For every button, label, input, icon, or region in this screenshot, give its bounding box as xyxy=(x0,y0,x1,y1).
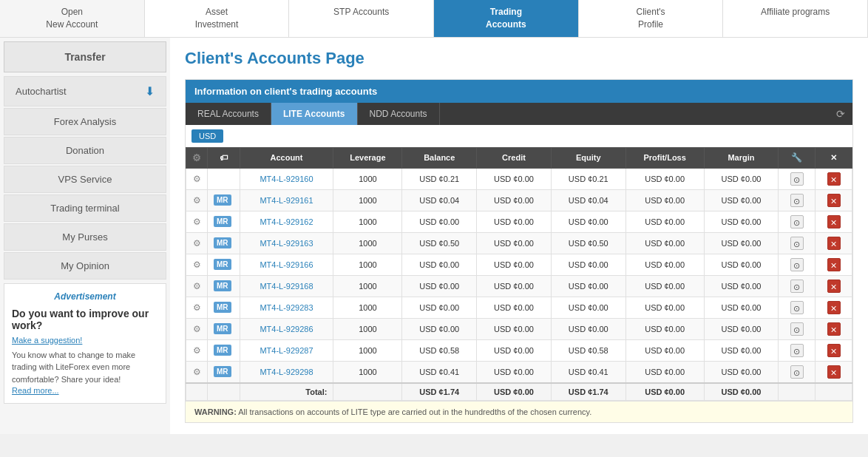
remove-button[interactable]: ✕ xyxy=(827,215,841,228)
remove-button[interactable]: ✕ xyxy=(827,301,841,314)
row-credit-cell: USD ¢0.00 xyxy=(477,232,552,254)
tag-icon: 🏷 xyxy=(220,153,228,162)
row-gear-icon[interactable]: ⚙ xyxy=(193,195,201,206)
remove-button[interactable]: ✕ xyxy=(827,237,841,250)
edit-button[interactable]: ⊙ xyxy=(790,365,804,379)
row-equity-cell: USD ¢0.41 xyxy=(551,361,625,383)
advertisement-text: You know what to change to make trading … xyxy=(12,349,158,386)
row-margin-cell: USD ¢0.00 xyxy=(704,297,779,318)
table-header-row: ⚙ 🏷 Account Leverage Balance Credit Equi… xyxy=(186,147,852,168)
sidebar-item-my-opinion[interactable]: My Opinion xyxy=(4,252,166,280)
page-title: Client's Accounts Page xyxy=(185,49,853,68)
row-gear-icon[interactable]: ⚙ xyxy=(193,238,201,248)
account-link[interactable]: MT4-L-929168 xyxy=(260,282,313,291)
edit-button[interactable]: ⊙ xyxy=(790,237,804,250)
transfer-button[interactable]: Transfer xyxy=(4,41,166,72)
row-profit-loss-cell: USD ¢0.00 xyxy=(625,275,704,297)
nav-trading-accounts[interactable]: Trading Accounts xyxy=(434,0,579,37)
sidebar-item-autochartist[interactable]: Autochartist ⬇ xyxy=(4,76,166,106)
tab-real-accounts[interactable]: REAL Accounts xyxy=(186,103,271,125)
row-gear-icon[interactable]: ⚙ xyxy=(193,281,201,291)
sidebar-item-vps-service[interactable]: VPS Service xyxy=(4,166,166,193)
read-more-link[interactable]: Read more... xyxy=(12,386,59,395)
account-link[interactable]: MT4-L-929166 xyxy=(260,260,313,269)
content-area: Client's Accounts Page Information on cl… xyxy=(170,38,868,434)
row-edit-cell: ⊙ xyxy=(779,361,816,383)
remove-button[interactable]: ✕ xyxy=(827,365,841,379)
table-row: ⚙ MR MT4-L-929166 1000 USD ¢0.00 USD ¢0.… xyxy=(186,254,852,275)
row-gear-icon[interactable]: ⚙ xyxy=(193,217,201,227)
sidebar-item-forex-analysis[interactable]: Forex Analysis xyxy=(4,108,166,135)
row-gear-icon[interactable]: ⚙ xyxy=(193,174,201,184)
remove-button[interactable]: ✕ xyxy=(827,322,841,336)
account-link[interactable]: MT4-L-929283 xyxy=(260,303,313,312)
th-gear: ⚙ xyxy=(186,147,208,168)
account-link[interactable]: MT4-L-929287 xyxy=(260,346,313,355)
edit-button[interactable]: ⊙ xyxy=(790,344,804,357)
th-credit: Credit xyxy=(477,147,552,168)
row-account-cell: MT4-L-929168 xyxy=(240,275,333,297)
edit-button[interactable]: ⊙ xyxy=(790,322,804,336)
table-row: ⚙ MR MT4-L-929161 1000 USD ¢0.04 USD ¢0.… xyxy=(186,189,852,211)
th-delete: ✕ xyxy=(816,147,852,168)
sidebar-item-trading-terminal[interactable]: Trading terminal xyxy=(4,194,166,222)
account-link[interactable]: MT4-L-929162 xyxy=(260,217,313,226)
row-credit-cell: USD ¢0.00 xyxy=(477,275,552,297)
th-balance: Balance xyxy=(402,147,477,168)
account-link[interactable]: MT4-L-929161 xyxy=(260,196,313,205)
nav-clients-profile[interactable]: Client's Profile xyxy=(579,0,724,37)
total-equity-cell: USD ¢1.74 xyxy=(551,383,625,401)
remove-button[interactable]: ✕ xyxy=(827,194,841,207)
total-credit-cell: USD ¢0.00 xyxy=(477,383,552,401)
top-navigation: Open New Account Asset Investment STP Ac… xyxy=(0,0,868,38)
remove-button[interactable]: ✕ xyxy=(827,280,841,293)
row-gear-icon[interactable]: ⚙ xyxy=(193,367,201,377)
row-profit-loss-cell: USD ¢0.00 xyxy=(625,168,704,189)
sidebar-item-donation[interactable]: Donation xyxy=(4,137,166,164)
row-leverage-cell: 1000 xyxy=(333,189,402,211)
row-remove-cell: ✕ xyxy=(816,189,852,211)
row-balance-cell: USD ¢0.00 xyxy=(402,297,477,318)
remove-button[interactable]: ✕ xyxy=(827,344,841,357)
edit-button[interactable]: ⊙ xyxy=(790,172,804,186)
refresh-icon[interactable]: ⟳ xyxy=(829,104,852,124)
row-gear-icon[interactable]: ⚙ xyxy=(193,345,201,356)
advertisement-link[interactable]: Make a suggestion! xyxy=(12,336,158,345)
edit-button[interactable]: ⊙ xyxy=(790,194,804,207)
row-account-cell: MT4-L-929160 xyxy=(240,168,333,189)
row-balance-cell: USD ¢0.00 xyxy=(402,318,477,339)
mr-badge: MR xyxy=(214,259,231,270)
sidebar-item-my-purses[interactable]: My Purses xyxy=(4,223,166,251)
tabs-bar: REAL Accounts LITE Accounts NDD Accounts… xyxy=(186,103,852,125)
row-gear-icon[interactable]: ⚙ xyxy=(193,302,201,313)
row-gear-icon[interactable]: ⚙ xyxy=(193,260,201,270)
edit-button[interactable]: ⊙ xyxy=(790,258,804,271)
account-link[interactable]: MT4-L-929160 xyxy=(260,175,313,183)
row-badge-cell: MR xyxy=(208,254,240,275)
table-row: ⚙ MR MT4-L-929283 1000 USD ¢0.00 USD ¢0.… xyxy=(186,297,852,318)
row-equity-cell: USD ¢0.00 xyxy=(551,275,625,297)
tab-lite-accounts[interactable]: LITE Accounts xyxy=(271,103,358,125)
nav-asset-investment[interactable]: Asset Investment xyxy=(145,0,290,37)
row-balance-cell: USD ¢0.00 xyxy=(402,254,477,275)
edit-button[interactable]: ⊙ xyxy=(790,215,804,228)
row-edit-cell: ⊙ xyxy=(779,339,816,361)
gear-icon[interactable]: ⚙ xyxy=(192,152,201,163)
account-link[interactable]: MT4-L-929298 xyxy=(260,368,313,376)
currency-tag: USD xyxy=(191,129,223,143)
nav-open-new-account[interactable]: Open New Account xyxy=(0,0,145,37)
remove-button[interactable]: ✕ xyxy=(827,172,841,186)
tab-ndd-accounts[interactable]: NDD Accounts xyxy=(358,103,440,125)
row-credit-cell: USD ¢0.00 xyxy=(477,361,552,383)
account-link[interactable]: MT4-L-929286 xyxy=(260,325,313,334)
row-gear-icon[interactable]: ⚙ xyxy=(193,324,201,334)
edit-button[interactable]: ⊙ xyxy=(790,280,804,293)
row-margin-cell: USD ¢0.00 xyxy=(704,339,779,361)
nav-affiliate-programs[interactable]: Affiliate programs xyxy=(723,0,868,37)
row-gear-cell: ⚙ xyxy=(186,297,208,318)
account-link[interactable]: MT4-L-929163 xyxy=(260,239,313,248)
row-margin-cell: USD ¢0.00 xyxy=(704,232,779,254)
edit-button[interactable]: ⊙ xyxy=(790,301,804,314)
remove-button[interactable]: ✕ xyxy=(827,258,841,271)
nav-stp-accounts[interactable]: STP Accounts xyxy=(289,0,434,37)
